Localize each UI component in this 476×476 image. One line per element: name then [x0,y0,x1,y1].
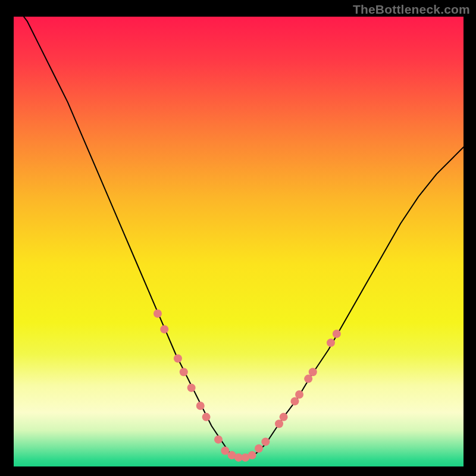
marker-point [255,444,263,453]
marker-point [174,355,182,363]
marker-point [261,437,270,446]
marker-point [196,402,205,410]
chart-background [14,17,464,466]
marker-point [248,451,256,459]
marker-point [295,390,303,399]
marker-point [280,413,288,421]
plot-area [14,17,464,466]
marker-point [160,325,168,333]
marker-point [214,436,223,444]
marker-point [180,368,188,376]
bottleneck-chart [14,17,464,466]
watermark-label: TheBottleneck.com [353,2,470,17]
marker-point [202,413,211,421]
marker-point [309,368,317,376]
marker-point [327,339,335,347]
marker-point [333,330,341,338]
marker-point [154,309,162,318]
marker-point [187,384,196,392]
chart-frame: TheBottleneck.com [0,0,476,476]
